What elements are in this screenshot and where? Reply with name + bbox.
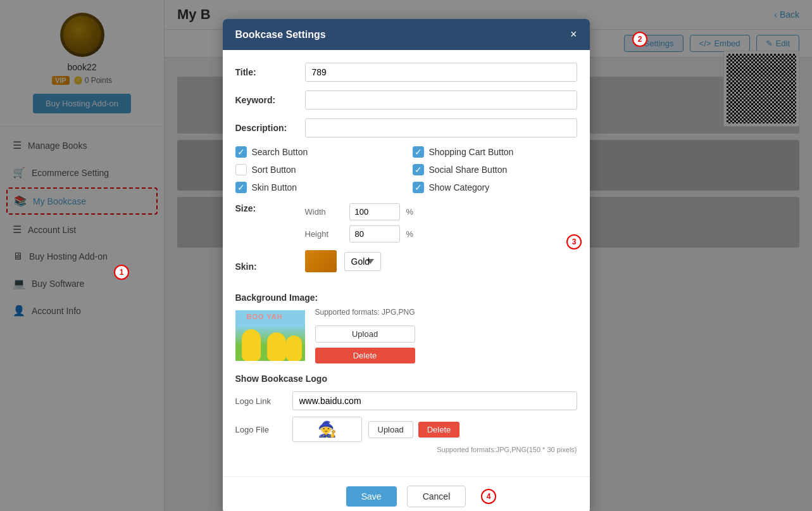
bg-image-label: Background Image: bbox=[235, 293, 577, 303]
logo-file-label: Logo File bbox=[235, 425, 286, 434]
description-row: Description: bbox=[235, 118, 577, 137]
bg-delete-button[interactable]: Delete bbox=[315, 348, 415, 363]
modal-footer: Save Cancel bbox=[223, 476, 590, 511]
annotation-1: 1 bbox=[114, 265, 129, 280]
social-share-checkbox[interactable]: ✓ bbox=[413, 164, 424, 175]
sort-button-checkbox-item: Sort Button bbox=[235, 164, 400, 175]
height-unit: % bbox=[406, 229, 414, 239]
bookcase-settings-modal: Bookcase Settings × Title: Keyword: Desc… bbox=[223, 19, 590, 511]
sort-button-checkbox[interactable] bbox=[235, 164, 247, 175]
annotation-4: 4 bbox=[481, 489, 496, 504]
show-category-label: Show Category bbox=[429, 182, 490, 192]
logo-delete-button[interactable]: Delete bbox=[418, 422, 460, 438]
height-input[interactable] bbox=[349, 225, 400, 243]
title-label: Title: bbox=[235, 67, 305, 77]
bg-image-thumb: BOO YAH bbox=[235, 310, 305, 361]
skin-button-checkbox-item: ✓ Skin Button bbox=[235, 182, 400, 193]
logo-file-preview: 🧙 bbox=[292, 417, 362, 442]
minion-3 bbox=[286, 336, 302, 361]
logo-link-row: Logo Link bbox=[235, 391, 577, 410]
logo-file-row: Logo File 🧙 Upload Delete bbox=[235, 417, 577, 442]
search-button-checkbox-item: ✓ Search Button bbox=[235, 146, 400, 158]
height-label: Height bbox=[305, 229, 343, 239]
modal-header: Bookcase Settings × bbox=[223, 19, 590, 50]
logo-preview-icon: 🧙 bbox=[318, 420, 337, 438]
keyword-input[interactable] bbox=[305, 91, 577, 110]
height-row: Height % bbox=[305, 225, 414, 243]
shopping-cart-checkbox[interactable]: ✓ bbox=[413, 146, 424, 158]
shopping-cart-checkbox-item: ✓ Shopping Cart Button bbox=[413, 146, 577, 158]
modal-body: Title: Keyword: Description: ✓ Search Bu… bbox=[223, 50, 590, 476]
skin-selector: Gold Silver Blue Black bbox=[305, 250, 381, 272]
minion-1 bbox=[242, 329, 261, 361]
width-unit: % bbox=[406, 207, 414, 217]
background-image-section: Background Image: BOO YAH Supported form… bbox=[235, 293, 577, 363]
size-inputs: Width % Height % bbox=[305, 203, 414, 248]
modal-title: Bookcase Settings bbox=[235, 29, 326, 41]
logo-section: Show Bookcase Logo Logo Link Logo File 🧙… bbox=[235, 374, 577, 453]
logo-link-label: Logo Link bbox=[235, 396, 286, 406]
size-label: Size: bbox=[235, 203, 305, 213]
modal-close-button[interactable]: × bbox=[570, 28, 577, 41]
skin-row: Skin: Gold Silver Blue Black bbox=[235, 250, 577, 282]
save-button[interactable]: Save bbox=[346, 486, 397, 507]
sort-button-label: Sort Button bbox=[252, 165, 296, 175]
bg-image-actions: Supported formats: JPG,PNG Upload Delete bbox=[315, 308, 415, 363]
annotation-3: 3 bbox=[566, 234, 582, 249]
cancel-button[interactable]: Cancel bbox=[407, 486, 466, 507]
show-category-checkbox[interactable]: ✓ bbox=[413, 182, 424, 193]
search-button-label: Search Button bbox=[252, 147, 308, 157]
skin-label: Skin: bbox=[235, 262, 305, 272]
modal-overlay: Bookcase Settings × Title: Keyword: Desc… bbox=[0, 0, 812, 511]
skin-dropdown[interactable]: Gold Silver Blue Black bbox=[344, 252, 381, 271]
logo-supported-text: Supported formats:JPG,PNG(150 * 30 pixel… bbox=[235, 446, 577, 453]
skin-button-checkbox[interactable]: ✓ bbox=[235, 182, 247, 193]
logo-upload-button[interactable]: Upload bbox=[368, 421, 413, 438]
description-input[interactable] bbox=[305, 118, 577, 137]
title-row: Title: bbox=[235, 63, 577, 82]
skin-preview bbox=[305, 250, 337, 272]
keyword-row: Keyword: bbox=[235, 91, 577, 110]
bg-image-row: BOO YAH Supported formats: JPG,PNG Uploa… bbox=[235, 308, 577, 363]
show-category-checkbox-item: ✓ Show Category bbox=[413, 182, 577, 193]
search-button-checkbox[interactable]: ✓ bbox=[235, 146, 247, 158]
social-share-checkbox-item: ✓ Social Share Button bbox=[413, 164, 577, 175]
annotation-2: 2 bbox=[632, 32, 647, 47]
title-input[interactable] bbox=[305, 63, 577, 82]
logo-file-actions: Upload Delete bbox=[368, 421, 460, 438]
skin-button-label: Skin Button bbox=[252, 182, 297, 192]
width-label: Width bbox=[305, 207, 343, 217]
description-label: Description: bbox=[235, 123, 305, 133]
keyword-label: Keyword: bbox=[235, 95, 305, 105]
minion-2 bbox=[267, 332, 286, 361]
logo-link-input[interactable] bbox=[292, 391, 577, 410]
social-share-label: Social Share Button bbox=[429, 165, 508, 175]
checkbox-grid: ✓ Search Button ✓ Shopping Cart Button S… bbox=[235, 146, 577, 193]
width-input[interactable] bbox=[349, 203, 400, 220]
logo-section-title: Show Bookcase Logo bbox=[235, 374, 577, 384]
shopping-cart-label: Shopping Cart Button bbox=[429, 147, 514, 157]
size-row: Size: Width % Height % bbox=[235, 203, 577, 248]
bg-upload-button[interactable]: Upload bbox=[315, 325, 415, 343]
bg-supported-text: Supported formats: JPG,PNG bbox=[315, 308, 415, 317]
width-row: Width % bbox=[305, 203, 414, 220]
